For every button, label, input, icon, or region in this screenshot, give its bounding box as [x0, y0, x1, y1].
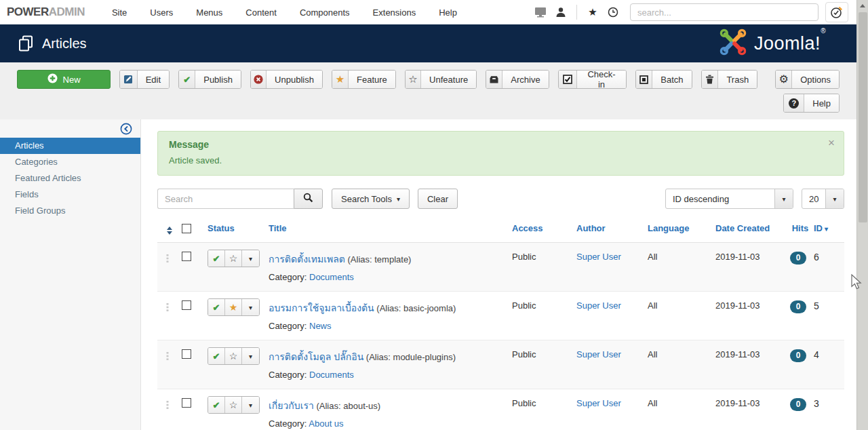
- drag-handle[interactable]: [165, 402, 170, 412]
- drag-handle[interactable]: [165, 255, 170, 265]
- status-dropdown-button[interactable]: ▾: [242, 397, 259, 413]
- menu-help[interactable]: Help: [439, 7, 457, 18]
- sort-order-select[interactable]: ID descending ▾: [665, 189, 793, 209]
- sidebar-item-articles[interactable]: Articles: [0, 138, 140, 154]
- search-tools-button[interactable]: Search Tools ▾: [332, 189, 410, 209]
- column-id[interactable]: ID▾: [814, 216, 844, 243]
- publish-toggle-button[interactable]: ✔: [208, 397, 225, 413]
- hits-badge: 0: [790, 252, 807, 265]
- menu-users[interactable]: Users: [150, 7, 173, 18]
- help-button[interactable]: ? Help: [783, 94, 840, 113]
- feature-toggle-button[interactable]: ☆: [225, 397, 242, 413]
- category-link[interactable]: Documents: [309, 272, 354, 282]
- logo-text-bold: POWER: [7, 5, 49, 18]
- row-checkbox[interactable]: [182, 252, 191, 261]
- user-icon[interactable]: [551, 7, 571, 18]
- article-title-link[interactable]: การติดตั้งเทมเพลต: [269, 254, 345, 265]
- column-language[interactable]: Language: [648, 216, 715, 243]
- batch-button[interactable]: Batch: [635, 70, 692, 89]
- publish-toggle-button[interactable]: ✔: [208, 348, 225, 364]
- trash-icon: [702, 71, 719, 88]
- access-value: Public: [512, 340, 576, 389]
- menu-menus[interactable]: Menus: [196, 7, 222, 18]
- new-button[interactable]: New: [17, 70, 111, 89]
- category-link[interactable]: Documents: [309, 370, 354, 380]
- column-status[interactable]: Status: [208, 216, 269, 243]
- column-access[interactable]: Access: [512, 216, 576, 243]
- scrollbar-up-arrow-icon[interactable]: [857, 0, 868, 12]
- drag-handle[interactable]: [165, 353, 170, 363]
- poweradmin-logo[interactable]: POWERADMIN: [7, 5, 85, 19]
- toolbar: New Edit ✔ Publish Unpublish ★ Feature ☆…: [0, 62, 856, 119]
- author-link[interactable]: Super User: [576, 398, 621, 408]
- options-button[interactable]: ⚙ Options: [775, 70, 840, 89]
- select-all-checkbox[interactable]: [182, 224, 191, 233]
- feature-button[interactable]: ★ Feature: [332, 70, 396, 89]
- search-tools-label: Search Tools: [341, 194, 392, 204]
- trash-button[interactable]: Trash: [701, 70, 758, 89]
- feature-toggle-button[interactable]: ☆: [225, 250, 242, 267]
- status-dropdown-button[interactable]: ▾: [242, 250, 259, 267]
- vertical-scrollbar[interactable]: [856, 0, 868, 430]
- favorites-star-icon[interactable]: ★: [583, 6, 603, 18]
- checkin-button[interactable]: Check-in: [558, 70, 627, 89]
- feature-toggle-button[interactable]: ☆: [225, 348, 242, 364]
- publish-toggle-button[interactable]: ✔: [208, 299, 225, 315]
- author-link[interactable]: Super User: [576, 349, 621, 359]
- articles-pages-icon: [18, 35, 33, 52]
- edit-button[interactable]: Edit: [119, 70, 170, 89]
- article-id: 4: [814, 340, 844, 389]
- feature-toggle-button[interactable]: ★: [225, 299, 242, 315]
- menu-content[interactable]: Content: [245, 7, 277, 18]
- category-link[interactable]: About us: [309, 418, 343, 429]
- menu-site[interactable]: Site: [112, 7, 127, 18]
- column-title[interactable]: Title: [269, 216, 512, 243]
- row-checkbox[interactable]: [182, 398, 191, 408]
- registered-mark: ®: [821, 27, 826, 35]
- task-check-icon[interactable]: [825, 2, 848, 22]
- column-hits[interactable]: Hits: [787, 216, 814, 243]
- article-title-link[interactable]: การติดตั้งโมดูล ปลั๊กอิน: [269, 351, 363, 362]
- search-input[interactable]: [157, 189, 294, 209]
- admin-search-input[interactable]: [630, 3, 818, 21]
- menu-extensions[interactable]: Extensions: [373, 7, 416, 18]
- scrollbar-thumb[interactable]: [859, 12, 867, 222]
- clock-icon[interactable]: [603, 7, 623, 18]
- author-link[interactable]: Super User: [576, 252, 621, 262]
- options-button-label: Options: [792, 71, 839, 88]
- column-author[interactable]: Author: [576, 216, 648, 243]
- sidebar-item-featured-articles[interactable]: Featured Articles: [0, 170, 140, 187]
- sidebar-collapse-icon[interactable]: [120, 123, 132, 138]
- article-title-link[interactable]: เกี่ยวกับเรา: [269, 400, 314, 411]
- drag-handle[interactable]: [165, 304, 170, 314]
- search-submit-button[interactable]: [294, 189, 323, 209]
- unpublish-button[interactable]: Unpublish: [250, 70, 323, 89]
- status-dropdown-button[interactable]: ▾: [242, 299, 259, 315]
- category-link[interactable]: News: [309, 321, 332, 331]
- publish-button[interactable]: ✔ Publish: [178, 70, 241, 89]
- article-title-link[interactable]: อบรมการใช้จูมลาเบื้องต้น: [269, 302, 374, 313]
- row-checkbox[interactable]: [182, 349, 191, 359]
- author-link[interactable]: Super User: [576, 300, 621, 311]
- publish-toggle-button[interactable]: ✔: [208, 250, 225, 267]
- status-dropdown-button[interactable]: ▾: [242, 348, 259, 364]
- help-button-label: Help: [804, 94, 839, 112]
- menu-components[interactable]: Components: [300, 7, 350, 18]
- preview-monitor-icon[interactable]: [530, 7, 551, 18]
- table-row: ✔☆▾ การติดตั้งโมดูล ปลั๊กอิน (Alias: mod…: [157, 340, 844, 389]
- hits-badge: 0: [790, 398, 807, 411]
- clear-button[interactable]: Clear: [418, 189, 458, 209]
- status-button-group: ✔☆▾: [208, 347, 260, 365]
- unfeature-button[interactable]: ☆ Unfeature: [405, 70, 477, 89]
- close-icon[interactable]: ×: [828, 137, 835, 149]
- archive-button[interactable]: Archive: [486, 70, 549, 89]
- sidebar-item-fields[interactable]: Fields: [0, 187, 140, 203]
- list-limit-select[interactable]: 20 ▾: [802, 189, 844, 209]
- sidebar-item-field-groups[interactable]: Field Groups: [0, 203, 140, 219]
- row-checkbox[interactable]: [182, 300, 191, 310]
- trash-button-label: Trash: [718, 71, 757, 88]
- sidebar-item-categories[interactable]: Categories: [0, 154, 140, 170]
- column-date-created[interactable]: Date Created: [715, 216, 787, 243]
- ordering-sort-icon[interactable]: [167, 227, 172, 235]
- status-button-group: ✔★▾: [208, 298, 260, 316]
